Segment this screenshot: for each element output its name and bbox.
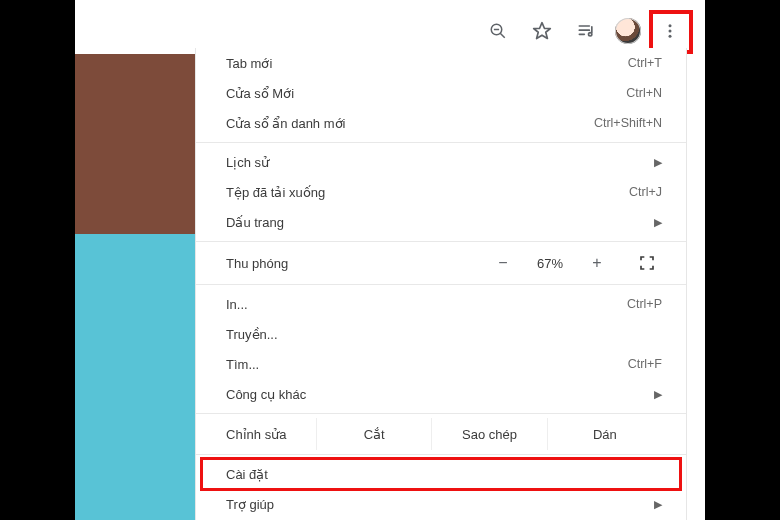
menu-label: Trợ giúp [226,497,646,512]
menu-label: Tab mới [226,56,572,71]
menu-label: Cửa sổ Mới [226,86,572,101]
svg-marker-3 [534,23,551,39]
svg-line-1 [500,33,505,38]
chevron-right-icon: ▶ [654,498,662,511]
menu-shortcut: Ctrl+Shift+N [572,116,662,130]
edit-paste-button[interactable]: Dán [547,418,662,450]
zoom-value: 67% [530,256,570,271]
menu-label: Chỉnh sửa [226,427,316,442]
menu-shortcut: Ctrl+F [572,357,662,371]
menu-item-settings[interactable]: Cài đặt [196,459,686,489]
fullscreen-button[interactable] [632,248,662,278]
star-icon[interactable] [527,16,557,46]
menu-item-new-tab[interactable]: Tab mới Ctrl+T [196,48,686,78]
menu-separator [196,284,686,285]
menu-label: In... [226,297,572,312]
menu-label: Tìm... [226,357,572,372]
menu-item-more-tools[interactable]: Công cụ khác ▶ [196,379,686,409]
menu-shortcut: Ctrl+P [572,297,662,311]
menu-label: Cửa sổ ẩn danh mới [226,116,572,131]
chevron-right-icon: ▶ [654,388,662,401]
menu-separator [196,454,686,455]
menu-separator [196,142,686,143]
menu-label: Truyền... [226,327,662,342]
menu-item-new-window[interactable]: Cửa sổ Mới Ctrl+N [196,78,686,108]
edit-copy-button[interactable]: Sao chép [431,418,546,450]
menu-shortcut: Ctrl+J [572,185,662,199]
menu-item-cast[interactable]: Truyền... [196,319,686,349]
browser-toolbar [481,12,687,50]
menu-item-downloads[interactable]: Tệp đã tải xuống Ctrl+J [196,177,686,207]
zoom-out-icon[interactable] [483,16,513,46]
chevron-right-icon: ▶ [654,216,662,229]
more-menu-button[interactable] [655,16,685,46]
menu-item-edit: Chỉnh sửa Cắt Sao chép Dán [196,418,686,450]
menu-separator [196,413,686,414]
menu-item-print[interactable]: In... Ctrl+P [196,289,686,319]
menu-item-help[interactable]: Trợ giúp ▶ [196,489,686,519]
svg-point-9 [669,35,672,38]
menu-label: Cài đặt [226,467,662,482]
menu-label: Tệp đã tải xuống [226,185,572,200]
menu-label: Lịch sử [226,155,646,170]
menu-label: Thu phóng [226,256,494,271]
menu-label: Công cụ khác [226,387,646,402]
chrome-main-menu: Tab mới Ctrl+T Cửa sổ Mới Ctrl+N Cửa sổ … [195,48,687,520]
svg-point-7 [669,24,672,27]
menu-item-incognito[interactable]: Cửa sổ ẩn danh mới Ctrl+Shift+N [196,108,686,138]
menu-label: Dấu trang [226,215,646,230]
profile-avatar[interactable] [615,18,641,44]
media-control-icon[interactable] [571,16,601,46]
menu-shortcut: Ctrl+N [572,86,662,100]
menu-item-zoom: Thu phóng − 67% + [196,246,686,280]
menu-separator [196,241,686,242]
svg-point-8 [669,30,672,33]
zoom-plus-button[interactable]: + [588,254,606,272]
menu-item-history[interactable]: Lịch sử ▶ [196,147,686,177]
menu-item-bookmarks[interactable]: Dấu trang ▶ [196,207,686,237]
chevron-right-icon: ▶ [654,156,662,169]
menu-shortcut: Ctrl+T [572,56,662,70]
zoom-minus-button[interactable]: − [494,254,512,272]
menu-item-find[interactable]: Tìm... Ctrl+F [196,349,686,379]
edit-cut-button[interactable]: Cắt [316,418,431,450]
